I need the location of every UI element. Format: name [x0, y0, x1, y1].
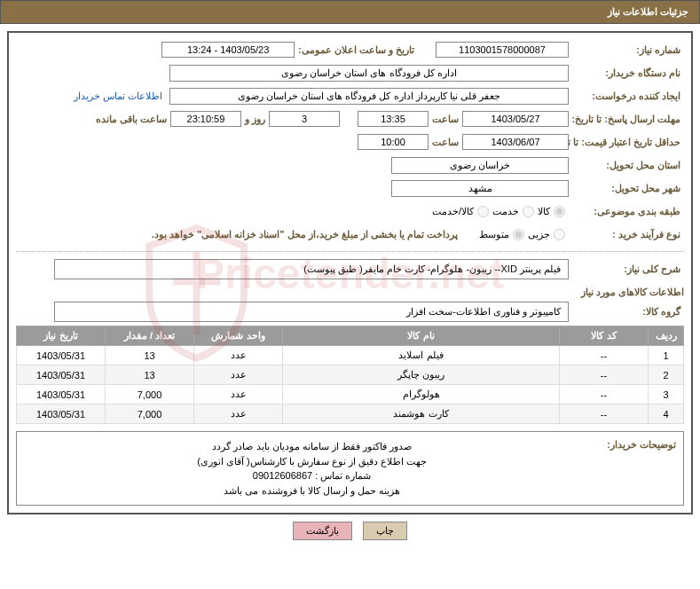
goods-table: ردیف کد کالا نام کالا واحد شمارش تعداد /… — [16, 326, 684, 424]
remaining-time: 23:10:59 — [170, 111, 241, 127]
need-no-value: 1103001578000087 — [436, 42, 569, 58]
goods-info-title: اطلاعات کالاهای مورد نیاز — [16, 287, 684, 298]
opt-partial: جزیی — [528, 229, 550, 240]
cell-row: 4 — [649, 404, 684, 424]
remaining-days: 3 — [269, 111, 340, 127]
radio-medium — [513, 229, 524, 240]
cell-date: 1403/05/31 — [17, 365, 106, 385]
province-label: استان محل تحویل: — [569, 160, 684, 171]
radio-goods — [554, 206, 565, 217]
treasury-note: پرداخت تمام یا بخشی از مبلغ خرید،از محل … — [148, 229, 461, 240]
cell-name: فیلم اسلاید — [283, 346, 560, 365]
cell-date: 1403/05/31 — [17, 404, 106, 424]
deadline-time: 13:35 — [358, 111, 429, 127]
deadline-label: مهلت ارسال پاسخ: تا تاریخ: — [569, 114, 684, 125]
process-label: نوع فرآیند خرید : — [569, 229, 684, 240]
cell-code: -- — [560, 346, 649, 365]
cell-qty: 7,000 — [106, 385, 194, 404]
province-value: خراسان رضوی — [391, 157, 569, 174]
th-code: کد کالا — [560, 326, 649, 346]
cell-unit: عدد — [194, 346, 283, 365]
cell-row: 3 — [649, 385, 684, 404]
group-value: کامپیوتر و فناوری اطلاعات-سخت افزار — [54, 302, 569, 322]
th-qty: تعداد / مقدار — [106, 326, 194, 346]
cell-qty: 13 — [106, 365, 194, 385]
validity-time: 10:00 — [358, 134, 429, 150]
button-row: چاپ بازگشت — [0, 522, 700, 540]
cell-unit: عدد — [194, 404, 283, 424]
note-line-4: هزینه حمل و ارسال کالا با فروشنده می باش… — [24, 483, 600, 499]
contact-link[interactable]: اطلاعات تماس خریدار — [74, 90, 162, 102]
opt-service: خدمت — [492, 206, 519, 217]
cell-name: کارت هوشمند — [283, 404, 560, 424]
buyer-value: اداره کل فرودگاه های استان خراسان رضوی — [169, 65, 569, 82]
note-line-1: صدور فاکتور فقط از سامانه مودیان باید صا… — [24, 439, 600, 454]
radio-partial — [554, 229, 565, 240]
cell-unit: عدد — [194, 365, 283, 385]
cell-code: -- — [560, 404, 649, 424]
remaining-label: ساعت باقی مانده — [92, 114, 170, 125]
time-label-1: ساعت — [429, 114, 462, 125]
city-value: مشهد — [391, 180, 569, 197]
th-date: تاریخ نیاز — [17, 326, 106, 346]
radio-both — [477, 206, 489, 217]
days-and: روز و — [241, 114, 269, 125]
requester-value: جعفر قلی نیا کارپرداز اداره کل فرودگاه ه… — [169, 88, 569, 105]
time-label-2: ساعت — [429, 137, 462, 148]
table-row: 2--ریبون چاپگرعدد131403/05/31 — [17, 365, 684, 385]
need-no-label: شماره نیاز: — [569, 44, 684, 56]
deadline-date: 1403/05/27 — [462, 111, 569, 127]
th-name: نام کالا — [283, 326, 560, 346]
cell-name: هولوگرام — [283, 385, 560, 404]
note-line-3: شماره تماس : 09012606867 — [24, 468, 600, 483]
table-row: 3--هولوگرامعدد7,0001403/05/31 — [17, 385, 684, 404]
th-unit: واحد شمارش — [194, 326, 283, 346]
cell-date: 1403/05/31 — [17, 346, 106, 365]
buyer-notes-frame: توضیحات خریدار: صدور فاکتور فقط از سامان… — [16, 431, 684, 506]
cell-row: 2 — [649, 365, 684, 385]
general-desc-value: فیلم پرینتر XID-- ریبون- هلوگرام- کارت خ… — [54, 259, 569, 279]
cell-qty: 7,000 — [106, 404, 194, 424]
buyer-notes-text: صدور فاکتور فقط از سامانه مودیان باید صا… — [24, 439, 600, 498]
page-header: جزئیات اطلاعات نیاز — [0, 0, 700, 24]
cell-row: 1 — [649, 346, 684, 365]
buyer-notes-label: توضیحات خریدار: — [600, 439, 676, 498]
print-button[interactable]: چاپ — [363, 522, 407, 540]
radio-service — [523, 206, 534, 217]
general-desc-label: شرح کلی نیاز: — [569, 263, 684, 275]
note-line-2: جهت اطلاع دقیق از نوع سفارش با کارشناس( … — [24, 454, 600, 469]
opt-medium: متوسط — [479, 229, 509, 240]
cell-date: 1403/05/31 — [17, 385, 106, 404]
back-button[interactable]: بازگشت — [293, 522, 352, 540]
cell-qty: 13 — [106, 346, 194, 365]
validity-date: 1403/06/07 — [462, 134, 569, 150]
announce-dt-label: تاریخ و ساعت اعلان عمومی: — [295, 44, 418, 56]
buyer-label: نام دستگاه خریدار: — [569, 67, 684, 79]
opt-both: کالا/خدمت — [432, 206, 474, 217]
main-frame: Pricetender.net شماره نیاز: 110300157800… — [7, 31, 693, 514]
table-row: 4--کارت هوشمندعدد7,0001403/05/31 — [17, 404, 684, 424]
table-row: 1--فیلم اسلایدعدد131403/05/31 — [17, 346, 684, 365]
category-label: طبقه بندی موضوعی: — [569, 206, 684, 217]
page-title: جزئیات اطلاعات نیاز — [608, 6, 688, 17]
requester-label: ایجاد کننده درخواست: — [569, 90, 684, 102]
cell-name: ریبون چاپگر — [283, 365, 560, 385]
validity-label: حداقل تاریخ اعتبار قیمت: تا تاریخ: — [569, 137, 684, 148]
cell-unit: عدد — [194, 385, 283, 404]
city-label: شهر محل تحویل: — [569, 183, 684, 194]
cell-code: -- — [560, 365, 649, 385]
announce-dt-value: 1403/05/23 - 13:24 — [161, 42, 295, 58]
group-label: گروه کالا: — [569, 306, 684, 318]
cell-code: -- — [560, 385, 649, 404]
th-row: ردیف — [649, 326, 684, 346]
opt-goods: کالا — [538, 206, 550, 217]
